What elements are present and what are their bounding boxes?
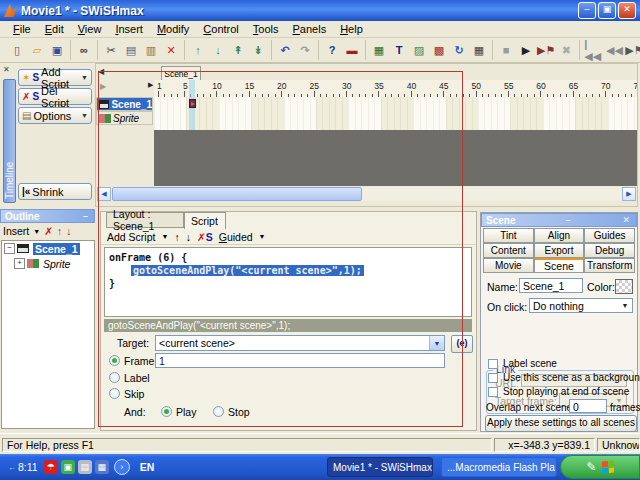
tab-layout[interactable]: Layout : Scene_1 (106, 212, 184, 228)
stop-all-icon[interactable]: ✖ (556, 41, 576, 59)
tab-align[interactable]: Align (534, 228, 585, 243)
menu-control[interactable]: Control (196, 22, 245, 36)
guided-menu[interactable]: Guided (219, 231, 253, 243)
delete-icon[interactable]: ✗ (44, 225, 53, 237)
chevron-down-icon[interactable]: ▼ (259, 233, 266, 240)
skip-radio-label[interactable]: Skip (124, 388, 144, 400)
dock-close-icon[interactable]: ✕ (3, 65, 10, 74)
save-file-icon[interactable]: ▣ (47, 41, 67, 59)
close-button[interactable]: ✕ (618, 2, 636, 19)
stop-icon[interactable]: ■ (496, 41, 516, 59)
insert-scene-icon[interactable]: ▦ (369, 41, 389, 59)
timeline-grid-row[interactable] (154, 111, 637, 126)
menu-file[interactable]: File (6, 22, 38, 36)
script-marker-icon[interactable] (189, 99, 196, 108)
copy-icon[interactable]: ▤ (121, 41, 141, 59)
timeline-row-scene1[interactable]: Scene_1 (96, 97, 153, 111)
apps-icon[interactable]: ▦ (95, 460, 109, 474)
taskbar-button-flash-player[interactable]: ...Macromedia Flash Pla f (441, 457, 557, 477)
tray-expand-icon[interactable]: › (114, 459, 130, 475)
menu-modify[interactable]: Modify (150, 22, 196, 36)
tab-scene[interactable]: Scene (534, 258, 585, 273)
menu-view[interactable]: View (71, 22, 109, 36)
minimize-button[interactable]: – (578, 2, 596, 19)
avira-icon[interactable]: ☂ (44, 460, 58, 474)
tab-timeline[interactable]: Timeline (3, 79, 16, 203)
combo-arrow-icon[interactable]: ▼ (618, 299, 632, 312)
language-indicator[interactable]: EN (140, 461, 155, 473)
scrollbar-thumb[interactable] (112, 187, 362, 201)
collapse-arrow-icon[interactable]: ◀ (98, 67, 104, 76)
undo-icon[interactable]: ↶ (275, 41, 295, 59)
raise-icon[interactable]: ↑ (188, 41, 208, 59)
stop-radio-label[interactable]: Stop (228, 406, 250, 418)
outline-caption[interactable]: Outline – (0, 209, 95, 223)
menu-panels[interactable]: Panels (286, 22, 334, 36)
close-panel-icon[interactable]: ✕ (620, 215, 632, 225)
skip-radio[interactable] (109, 388, 120, 399)
move-down-icon[interactable]: ↓ (186, 231, 191, 243)
tab-content[interactable]: Content (483, 243, 534, 258)
combo-arrow-icon[interactable]: ▼ (429, 336, 444, 350)
scroll-right-icon[interactable]: ▶ (622, 187, 636, 201)
tab-export[interactable]: Export (534, 243, 585, 258)
tab-script[interactable]: Script (184, 212, 226, 229)
first-frame-icon[interactable]: |◀◀ (583, 41, 604, 59)
tab-debug[interactable]: Debug (584, 243, 635, 258)
color-swatch-button[interactable] (615, 279, 633, 294)
tree-item-sprite[interactable]: + Sprite (2, 256, 94, 271)
chevron-down-icon[interactable]: ▼ (33, 228, 40, 235)
chevron-down-icon[interactable]: ▼ (161, 233, 168, 240)
context-help-icon[interactable]: ? (322, 41, 342, 59)
insert-text-icon[interactable]: T (389, 41, 409, 59)
script-code-area[interactable]: onFrame (6) { gotoSceneAndPlay("<current… (104, 247, 472, 317)
move-down-icon[interactable]: ↓ (66, 225, 71, 237)
monitor-icon[interactable]: ▣ (61, 460, 75, 474)
frame-input[interactable]: 1 (155, 353, 445, 368)
frame-radio-label[interactable]: Frame (124, 355, 154, 367)
minimize-panel-icon[interactable]: – (563, 215, 572, 225)
move-up-icon[interactable]: ↑ (174, 231, 179, 243)
minimize-panel-icon[interactable]: – (81, 211, 90, 221)
redo-icon[interactable]: ↷ (295, 41, 315, 59)
shrink-button[interactable]: |« Shrink (18, 183, 92, 200)
tab-movie[interactable]: Movie (483, 258, 534, 273)
play-head-icon[interactable]: ▶⚑ (624, 41, 640, 59)
add-script-menu[interactable]: Add Script (107, 231, 155, 243)
timeline-ruler[interactable]: 151015202530354045505560657075 (154, 80, 637, 98)
apply-settings-button[interactable]: Apply these settings to all scenes (485, 415, 637, 432)
code-line-selected[interactable]: gotoSceneAndPlay("<current scene>",1); (131, 265, 364, 276)
insert-image-icon[interactable]: ▨ (409, 41, 429, 59)
options-button[interactable]: ▤ Options ▼ (18, 107, 92, 124)
label-radio[interactable] (109, 372, 120, 383)
del-script-button[interactable]: ✗S Del Script (18, 88, 92, 105)
insert-menu[interactable]: Insert (3, 225, 29, 237)
stop-radio[interactable] (213, 406, 224, 417)
onclick-combobox[interactable]: Do nothing ▼ (529, 298, 633, 313)
target-picker-button[interactable]: (e) (451, 335, 473, 353)
overlap-input[interactable]: 0 (569, 399, 607, 413)
menu-edit[interactable]: Edit (38, 22, 71, 36)
tab-guides[interactable]: Guides (584, 228, 635, 243)
delete-icon[interactable]: ✕ (161, 41, 181, 59)
open-file-icon[interactable]: ▱ (27, 41, 47, 59)
timeline-scene-tab[interactable]: Scene_1 (161, 66, 201, 81)
add-script-button[interactable]: ✶S Add Script ▼ (18, 69, 92, 86)
taskbar-language-bar[interactable]: ✎ (560, 455, 640, 479)
scroll-left-icon[interactable]: ◀ (97, 187, 111, 201)
play-radio[interactable] (161, 406, 172, 417)
menu-help[interactable]: Help (333, 22, 370, 36)
insert-symbol-icon[interactable]: ↻ (449, 41, 469, 59)
collapse-icon[interactable]: − (4, 243, 15, 254)
tree-item-scene1[interactable]: − Scene_1 (2, 241, 94, 256)
move-up-icon[interactable]: ↑ (57, 225, 62, 237)
prev-frame-icon[interactable]: ◀◀ (604, 41, 624, 59)
taskbar-button-swishmax[interactable]: Movie1 * - SWiSHmax (327, 457, 433, 477)
restore-button[interactable]: ▣ (598, 2, 616, 19)
timeline-scrollbar[interactable]: ◀ ▶ (97, 187, 636, 201)
raise-to-top-icon[interactable]: ↟ (228, 41, 248, 59)
new-file-icon[interactable]: ▯ (7, 41, 27, 59)
menu-tools[interactable]: Tools (246, 22, 286, 36)
frame-radio[interactable] (109, 355, 120, 366)
device-icon[interactable]: ▤ (78, 460, 92, 474)
